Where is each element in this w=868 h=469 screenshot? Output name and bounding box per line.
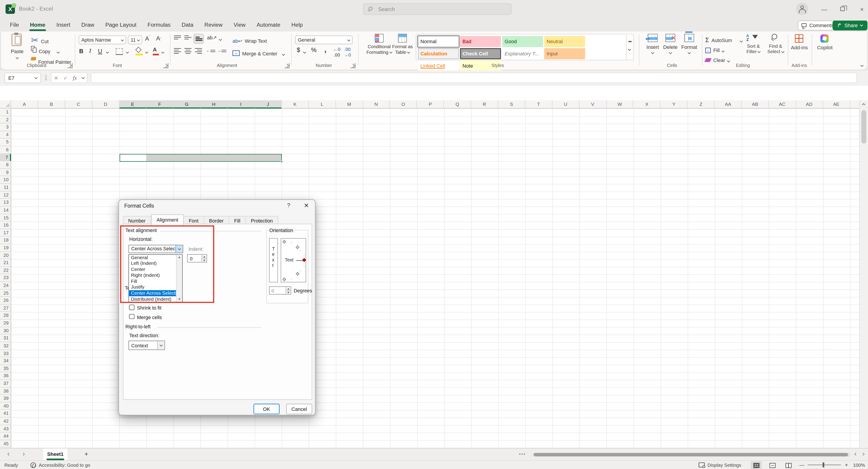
fill-color-chevron-icon[interactable]: [145, 51, 149, 54]
dropdown-option-right-indent-[interactable]: Right (Indent): [129, 272, 176, 279]
row-header-44[interactable]: 44: [0, 433, 11, 440]
dropdown-option-left-indent-[interactable]: Left (Indent): [129, 261, 176, 266]
column-header-C[interactable]: C: [65, 100, 92, 109]
align-right-button[interactable]: [195, 48, 202, 54]
accounting-format-button[interactable]: $: [297, 47, 300, 53]
horizontal-scroll-thumb[interactable]: [534, 453, 848, 456]
spin-up-button[interactable]: [285, 287, 290, 290]
column-header-AB[interactable]: AB: [742, 100, 769, 109]
row-header-27[interactable]: 27: [0, 304, 11, 312]
ribbon-tab-data[interactable]: Data: [176, 19, 199, 31]
alignment-dialog-launcher[interactable]: [285, 63, 289, 68]
row-header-37[interactable]: 37: [0, 380, 11, 387]
column-header-O[interactable]: O: [390, 100, 417, 109]
scroll-down-icon[interactable]: [178, 298, 180, 300]
cell-style-good[interactable]: Good: [502, 36, 543, 47]
horizontal-scrollbar[interactable]: [532, 452, 850, 457]
vertical-scroll-thumb[interactable]: [862, 110, 866, 143]
wrap-text-button[interactable]: ab↩ Wrap Text: [232, 35, 267, 45]
indent-spinner[interactable]: 0: [187, 254, 207, 263]
row-header-12[interactable]: 12: [0, 192, 11, 199]
row-header-7[interactable]: 7: [0, 154, 11, 161]
column-header-F[interactable]: F: [147, 100, 174, 109]
column-header-S[interactable]: S: [498, 100, 525, 109]
display-settings-button[interactable]: Display Settings: [708, 463, 741, 468]
dropdown-option-general[interactable]: General: [129, 255, 176, 260]
dial-pointer-icon[interactable]: [302, 258, 306, 262]
zoom-slider-thumb[interactable]: [823, 463, 824, 467]
increase-indent-button[interactable]: →: [217, 48, 226, 53]
merge-center-button[interactable]: ↔ Merge & Center: [232, 48, 285, 58]
zoom-out-button[interactable]: —: [799, 463, 804, 468]
font-color-button[interactable]: A: [153, 47, 157, 53]
column-header-I[interactable]: I: [228, 100, 255, 109]
column-header-V[interactable]: V: [579, 100, 607, 109]
column-header-P[interactable]: P: [417, 100, 444, 109]
sheet-tab-sheet1[interactable]: Sheet1: [43, 449, 68, 461]
underline-button[interactable]: U: [98, 48, 102, 54]
combo-open-button[interactable]: [157, 341, 164, 350]
increase-font-size-button[interactable]: Aˆ: [145, 35, 151, 42]
cancel-button[interactable]: Cancel: [286, 404, 312, 414]
align-center-button[interactable]: [184, 48, 192, 54]
zoom-level[interactable]: 100%: [853, 463, 865, 468]
combo-open-button[interactable]: [176, 245, 183, 253]
row-header-19[interactable]: 19: [0, 244, 11, 252]
comments-button[interactable]: Comments: [798, 20, 838, 30]
row-header-23[interactable]: 23: [0, 274, 11, 282]
borders-button[interactable]: [116, 48, 123, 55]
row-header-13[interactable]: 13: [0, 199, 11, 206]
ribbon-tab-help[interactable]: Help: [286, 19, 308, 31]
row-header-30[interactable]: 30: [0, 327, 11, 335]
dropdown-option-center-across-selection[interactable]: Center Across Selection: [129, 290, 176, 296]
dialog-help-button[interactable]: ?: [285, 202, 292, 208]
row-header-15[interactable]: 15: [0, 214, 11, 222]
column-header-J[interactable]: J: [255, 100, 282, 109]
selected-range-E7-J7[interactable]: [119, 154, 282, 162]
column-header-G[interactable]: G: [174, 100, 200, 109]
orientation-button[interactable]: ab↗: [207, 35, 217, 40]
column-header-AE[interactable]: AE: [823, 100, 850, 109]
clipboard-dialog-launcher[interactable]: [68, 63, 72, 68]
zoom-in-button[interactable]: +: [845, 462, 848, 468]
column-header-H[interactable]: H: [200, 100, 228, 109]
row-header-35[interactable]: 35: [0, 365, 11, 372]
formula-input[interactable]: [91, 72, 857, 83]
prev-sheet-icon[interactable]: [7, 452, 11, 456]
row-header-38[interactable]: 38: [0, 387, 11, 395]
close-button[interactable]: ×: [852, 0, 868, 19]
column-header-AC[interactable]: AC: [769, 100, 796, 109]
row-header-21[interactable]: 21: [0, 259, 11, 267]
cell-style-calculation[interactable]: Calculation: [418, 48, 459, 59]
column-header-M[interactable]: M: [336, 100, 363, 109]
align-left-button[interactable]: [174, 48, 181, 54]
row-header-9[interactable]: 9: [0, 169, 11, 176]
ribbon-tab-formulas[interactable]: Formulas: [142, 19, 176, 31]
page-layout-view-button[interactable]: [767, 461, 778, 469]
cell-style-normal[interactable]: Normal: [418, 36, 459, 47]
row-header-22[interactable]: 22: [0, 267, 11, 274]
row-header-17[interactable]: 17: [0, 229, 11, 237]
search-input[interactable]: Search: [363, 3, 512, 15]
row-header-42[interactable]: 42: [0, 417, 11, 425]
cell-style-bad[interactable]: Bad: [460, 36, 501, 47]
cancel-entry-icon[interactable]: ✕: [54, 75, 58, 81]
paste-button[interactable]: Paste: [6, 33, 28, 62]
row-header-32[interactable]: 32: [0, 342, 11, 350]
cell-style-linked-cell[interactable]: Linked Cell: [418, 60, 459, 71]
borders-chevron-icon[interactable]: [126, 51, 129, 54]
decrease-indent-button[interactable]: ←: [206, 48, 215, 53]
column-header-B[interactable]: B: [38, 100, 65, 109]
column-header-D[interactable]: D: [92, 100, 119, 109]
ribbon-tab-home[interactable]: Home: [24, 19, 51, 31]
row-header-4[interactable]: 4: [0, 131, 11, 139]
vertical-scrollbar[interactable]: [859, 100, 868, 448]
cell-style-neutral[interactable]: Neutral: [544, 36, 585, 47]
dial-marker-icon[interactable]: [282, 240, 286, 243]
dial-marker-icon[interactable]: [295, 272, 299, 276]
scroll-right-icon[interactable]: [862, 452, 865, 456]
column-header-X[interactable]: X: [633, 100, 661, 109]
column-header-T[interactable]: T: [525, 100, 553, 109]
row-header-24[interactable]: 24: [0, 282, 11, 289]
ok-button[interactable]: OK: [254, 404, 280, 414]
